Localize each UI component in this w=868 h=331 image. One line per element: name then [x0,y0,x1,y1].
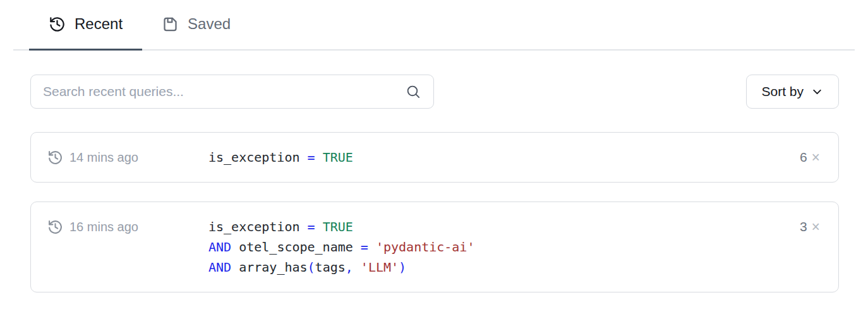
code-line: AND array_has(tags, 'LLM') [208,257,790,277]
tab-recent-label: Recent [75,15,123,33]
save-icon [162,16,179,33]
search-icon [406,84,421,100]
search-input[interactable] [43,84,406,99]
query-list: 14 mins ago is_exception = TRUE 6 × 16 m… [30,132,839,292]
query-run-count: 6 × [790,147,820,167]
tab-bar: Recent Saved [13,0,855,51]
query-meta: 16 mins ago [47,217,208,237]
sort-by-button[interactable]: Sort by [746,75,839,109]
recent-query-card[interactable]: 16 mins ago is_exception = TRUEAND otel_… [30,202,839,292]
code-line: is_exception = TRUE [208,217,790,237]
query-code: is_exception = TRUEAND otel_scope_name =… [208,217,790,277]
times-icon: × [812,220,820,234]
history-icon [47,219,63,235]
history-icon [49,16,66,33]
recent-query-card[interactable]: 14 mins ago is_exception = TRUE 6 × [30,132,839,183]
query-code: is_exception = TRUE [208,147,790,167]
query-run-count: 3 × [790,217,820,237]
query-count-value: 6 [800,150,807,165]
chevron-down-icon [811,85,824,99]
code-line: is_exception = TRUE [208,147,790,167]
code-line: AND otel_scope_name = 'pydantic-ai' [208,237,790,257]
query-timestamp: 16 mins ago [69,220,138,234]
sort-by-label: Sort by [761,84,804,99]
tab-saved-label: Saved [188,15,231,33]
toolbar: Sort by [30,75,839,109]
times-icon: × [812,150,820,165]
history-icon [47,150,63,166]
query-count-value: 3 [800,219,807,234]
search-box [30,75,434,109]
query-timestamp: 14 mins ago [69,150,138,165]
tab-saved[interactable]: Saved [142,0,250,49]
tab-recent[interactable]: Recent [29,0,142,49]
query-meta: 14 mins ago [47,147,208,167]
